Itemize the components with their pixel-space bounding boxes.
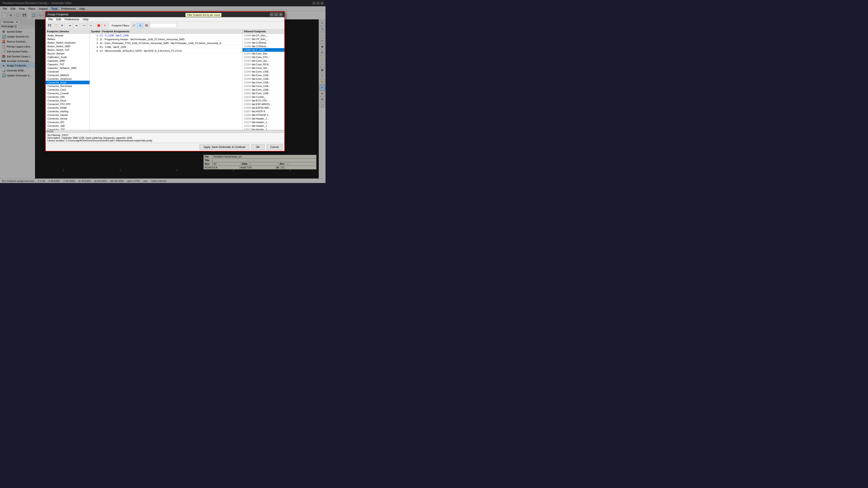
filter-by-name-btn[interactable]: 🏷 xyxy=(131,23,137,29)
fp-lib-item[interactable]: Capacitor_Tantalum_SMD xyxy=(46,66,90,70)
sidebar-item-bom[interactable]: 📊 Generate BOM... xyxy=(0,68,35,73)
assignments-list[interactable]: 1 C1 - C_1206 : fab:C_1206 2 J1 - Progra… xyxy=(90,34,242,130)
assign-row-3[interactable]: 3 J2 - Conn_PinHeader_FTDI_1x06_P2.54mm_… xyxy=(90,41,242,45)
menu-view[interactable]: View xyxy=(17,7,27,11)
dialog-menu-help[interactable]: Help xyxy=(81,18,90,22)
sidebar-item-assign-fp[interactable]: ● Assign Footprints... xyxy=(0,63,35,68)
fp-lib-item[interactable]: Connector_AMASS xyxy=(46,73,90,77)
sidebar-item-annotate[interactable]: R42 Annotate Schematic... xyxy=(0,59,35,63)
dialog-back-btn[interactable]: ⬅ xyxy=(67,23,73,29)
zoom-in-button[interactable]: 🔍+ xyxy=(37,12,43,19)
filtered-fp-item[interactable]: 13192fab:Conn_FFC... xyxy=(243,55,284,59)
netlist-button[interactable]: 📋 xyxy=(14,12,21,19)
fp-lib-item[interactable]: Connector_Card xyxy=(46,88,90,92)
fp-lib-item[interactable]: Connector_BarrelJack xyxy=(46,84,90,88)
filtered-fp-item[interactable]: 13196fab:Conn_USB... xyxy=(243,70,284,73)
rt-text-btn[interactable]: T xyxy=(320,73,325,78)
rt-netlist-btn[interactable]: 📋 xyxy=(320,103,325,108)
rt-delete-btn[interactable]: ⊕ xyxy=(320,91,325,96)
filtered-fp-item[interactable]: 13187fab:CP_Elec_... xyxy=(243,37,284,41)
fp-lib-item[interactable]: Button_Switch_THT xyxy=(46,48,90,52)
filtered-fp-item[interactable]: 13189fab:CUIDevic... xyxy=(243,44,284,48)
redo-button[interactable]: 🔄 xyxy=(30,12,37,19)
fp-lib-item[interactable]: Connector_Amphenol xyxy=(46,77,90,80)
sidebar-item-edit-fields[interactable]: 📝 Edit Symbol Fields... xyxy=(0,49,35,54)
dialog-delete-btn[interactable]: ✕ xyxy=(102,23,108,29)
rt-label-btn[interactable]: A xyxy=(320,50,325,55)
filtered-fp-item[interactable]: 13208fab:HTSSOP-1... xyxy=(243,113,284,117)
rt-junction-btn[interactable]: ◉ xyxy=(320,44,325,49)
fp-lib-item[interactable]: Audio_Module xyxy=(46,34,90,37)
rt-power-btn[interactable]: ⚡ xyxy=(320,56,325,61)
dialog-save-btn[interactable]: 💾 xyxy=(46,23,53,29)
sidebar-item-symbol-editor[interactable]: ⚙ Symbol Editor xyxy=(0,29,35,34)
filtered-fp-item[interactable]: 13194fab:Conn_RCA... xyxy=(243,63,284,66)
fp-lib-item[interactable]: Connector_Hirose xyxy=(46,117,90,121)
save-button[interactable]: 💾 xyxy=(21,12,28,19)
rt-zoom-btn[interactable]: 🔍 xyxy=(320,26,325,32)
dialog-view-btn[interactable]: 📋 xyxy=(53,23,59,29)
fp-lib-item[interactable]: Connector_Dsub xyxy=(46,99,90,102)
rt-add-image-btn[interactable]: 🖼 xyxy=(320,67,325,73)
maximize-button[interactable]: □ xyxy=(316,2,320,5)
dialog-redo-btn[interactable]: ↪ xyxy=(88,23,94,29)
menu-place[interactable]: Place xyxy=(27,7,37,11)
dialog-close-btn[interactable]: ✕ xyxy=(279,13,283,16)
filtered-fp-item[interactable]: 13209fab:Header_J... xyxy=(243,117,284,121)
filtered-fp-item[interactable]: 13204fab:ECS-CR2-... xyxy=(243,99,284,102)
filtered-fp-item[interactable]: 13201fab:Conn_USB... xyxy=(243,88,284,92)
rt-add-symbol-btn[interactable]: + xyxy=(320,61,325,67)
fp-lib-item[interactable]: Connector_JST xyxy=(46,128,90,130)
filtered-fp-item[interactable]: 13199fab:Conn_USB... xyxy=(243,80,284,84)
menu-file[interactable]: File xyxy=(1,7,9,11)
sidebar-item-edit-lib[interactable]: 📚 Edit Symbol Library L... xyxy=(0,54,35,59)
schematic-tab[interactable]: Schemati... ✕ xyxy=(1,20,20,24)
filtered-fp-list[interactable]: 13186fab:CP_Elec_... 13187fab:CP_Elec_..… xyxy=(243,34,284,130)
rt-select-btn[interactable]: ↖ xyxy=(320,20,325,26)
fp-lib-item[interactable]: Battery xyxy=(46,37,90,41)
filtered-fp-item[interactable]: 13191fab:Conn_Bat... xyxy=(243,52,284,55)
settings-button[interactable]: ⚙ xyxy=(8,12,14,19)
fp-lib-item[interactable]: Connector_HDMI xyxy=(46,106,90,109)
fp-libraries-list[interactable]: Audio_Module Battery Button_Switch_Keybo… xyxy=(46,34,90,130)
close-button[interactable]: ✕ xyxy=(320,2,324,5)
filtered-fp-item[interactable]: 13202fab:Conn_USB... xyxy=(243,92,284,95)
fp-lib-h-scrollbar[interactable] xyxy=(46,130,90,133)
dialog-maximize-btn[interactable]: □ xyxy=(274,13,278,16)
sidebar-item-update-symbols[interactable]: 🔄 Update Symbols fro... xyxy=(0,34,35,39)
new-button[interactable]: 📄 xyxy=(1,12,7,19)
filter-by-pincount-btn[interactable]: # xyxy=(137,23,143,29)
minimize-button[interactable]: — xyxy=(312,2,315,5)
fp-lib-item[interactable]: Connector xyxy=(46,70,90,73)
filtered-h-scrollbar[interactable] xyxy=(243,130,284,133)
assign-row-2[interactable]: 2 J1 - Programming Header : fab:PinHeade… xyxy=(90,37,242,41)
fp-lib-item[interactable]: Button_Switch_SMD xyxy=(46,44,90,48)
filtered-fp-item[interactable]: 13200fab:Conn_USB... xyxy=(243,84,284,88)
fp-lib-item[interactable]: Capacitor_SMD xyxy=(46,59,90,63)
menu-tools[interactable]: Tools xyxy=(50,7,59,11)
filtered-fp-item[interactable]: 13206fab:ESP32-WR... xyxy=(243,106,284,109)
fp-lib-item[interactable]: Connector_IDC xyxy=(46,121,90,124)
fp-lib-item[interactable]: Calibration_Scale xyxy=(46,55,90,59)
menu-help[interactable]: Help xyxy=(78,7,87,11)
dialog-eye-btn[interactable]: 👁 xyxy=(59,23,65,29)
rt-bus-btn[interactable]: ═ xyxy=(320,38,325,43)
rt-settings-btn[interactable]: ⚙ xyxy=(320,97,325,102)
fp-lib-item[interactable]: Capacitor_THT xyxy=(46,63,90,66)
filtered-fp-item[interactable]: 13212fab:Header_J... xyxy=(243,128,284,130)
rt-measure-btn[interactable]: 📏 xyxy=(320,79,325,85)
menu-preferences[interactable]: Preferences xyxy=(59,7,78,11)
rt-edit-btn[interactable]: ✏ xyxy=(320,85,325,90)
menu-inspect[interactable]: Inspect xyxy=(37,7,50,11)
fp-lib-item-connector-audio[interactable]: Connector_Audio xyxy=(46,80,90,84)
dialog-filter-clear-btn[interactable]: 🔴 xyxy=(96,23,101,29)
filter-by-lib-btn[interactable]: 📚 xyxy=(144,23,149,29)
rt-wire-btn[interactable]: ～ xyxy=(320,32,325,37)
filtered-fp-item[interactable]: 13203fab:Crystal_... xyxy=(243,95,284,99)
fp-lib-item[interactable]: Connector_Coaxial xyxy=(46,92,90,95)
menu-edit[interactable]: Edit xyxy=(9,7,17,11)
filtered-fp-item[interactable]: 13197fab:Conn_USB... xyxy=(243,73,284,77)
dialog-fwd-btn[interactable]: ➡ xyxy=(73,23,79,29)
dialog-menu-edit[interactable]: Edit xyxy=(55,18,63,22)
filtered-fp-item[interactable]: 13198fab:Conn_USB... xyxy=(243,77,284,80)
